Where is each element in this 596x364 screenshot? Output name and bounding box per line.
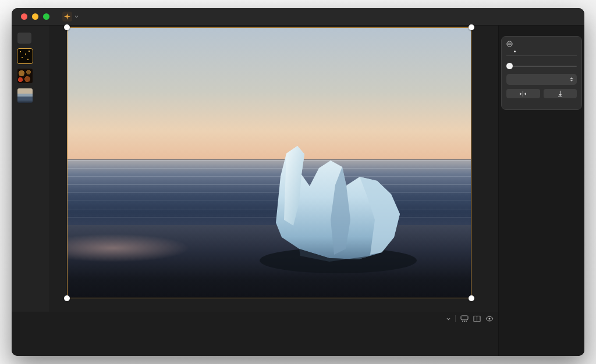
close-button[interactable]: [21, 13, 27, 20]
flip-vertical-button[interactable]: [544, 89, 577, 98]
select-chevrons-icon: [570, 77, 573, 81]
crop-handle-top-left[interactable]: [64, 24, 70, 30]
bottom-bar: [12, 312, 498, 356]
app-menu-chevron-icon[interactable]: [74, 15, 79, 18]
iceberg: [68, 28, 471, 298]
flip-horizontal-button[interactable]: [506, 89, 540, 98]
titlebar: [12, 8, 584, 26]
app-window: [12, 8, 584, 356]
layers-sidebar: [12, 26, 49, 312]
layer-thumb-sparkles[interactable]: [17, 49, 33, 63]
zoom-button[interactable]: [43, 13, 49, 20]
preview-eye-icon[interactable]: [485, 316, 494, 322]
layer-thumb-photo[interactable]: [17, 88, 33, 103]
canvas-area: [49, 26, 498, 312]
crop-handle-bottom-left[interactable]: [64, 295, 70, 301]
masking-dot-indicator: [514, 51, 516, 52]
layer-properties-card: [501, 36, 582, 110]
layer-thumb-bokeh[interactable]: [17, 69, 33, 83]
zoom-level-dropdown[interactable]: [445, 317, 450, 320]
edited-photo[interactable]: [67, 27, 471, 298]
layer-properties-icon: [506, 41, 513, 47]
tools-panel: [498, 26, 584, 356]
crop-handle-bottom-right[interactable]: [469, 295, 474, 301]
crop-handle-top-right[interactable]: [469, 24, 474, 30]
tool-list: [499, 110, 584, 117]
blend-mode-select[interactable]: [506, 74, 577, 85]
opacity-slider[interactable]: [506, 63, 577, 69]
add-layer-button[interactable]: [17, 33, 31, 44]
divider: [455, 315, 456, 322]
app-logo-icon[interactable]: [62, 12, 72, 22]
opacity-slider-knob[interactable]: [506, 63, 513, 69]
filmstrip-toggle-icon[interactable]: [460, 315, 469, 322]
view-controls: [445, 315, 494, 322]
traffic-lights: [21, 13, 49, 20]
minimize-button[interactable]: [32, 13, 38, 20]
compare-before-after-icon[interactable]: [473, 316, 481, 322]
